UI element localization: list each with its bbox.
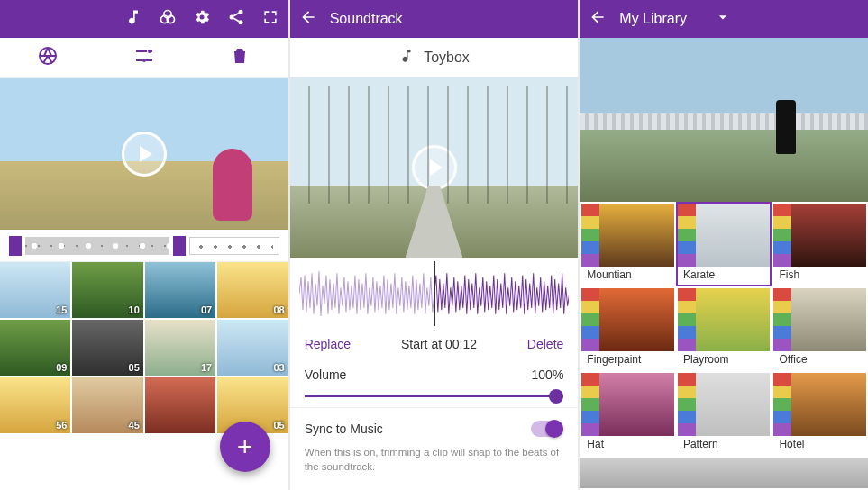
library-thumb-image	[791, 288, 866, 351]
library-item[interactable]: Hat	[580, 371, 676, 456]
track-actions: Replace Start at 00:12 Delete	[290, 330, 579, 358]
delete-button[interactable]: Delete	[527, 337, 563, 351]
clip-duration: 10	[129, 304, 140, 315]
library-thumb-image	[791, 373, 866, 436]
library-item-label: Pattern	[678, 436, 771, 454]
clip-duration: 08	[273, 304, 284, 315]
start-at-label: Start at 00:12	[401, 337, 477, 351]
timeline-track[interactable]	[25, 237, 169, 255]
library-panel: My Library MountianKarateFishFingerpaint…	[580, 0, 868, 490]
clip-duration: 05	[273, 420, 284, 431]
clip-duration: 15	[56, 304, 67, 315]
fullscreen-icon[interactable]	[261, 8, 279, 30]
hero-figure	[776, 100, 796, 154]
library-appbar: My Library	[580, 0, 868, 38]
timeline-overflow[interactable]	[189, 237, 279, 255]
volume-slider[interactable]	[305, 387, 564, 405]
track-name: Toybox	[424, 50, 470, 66]
aperture-icon[interactable]	[37, 45, 59, 70]
library-item[interactable]: Pattern	[676, 371, 772, 456]
swatch-strip	[678, 204, 696, 267]
library-thumb-image	[696, 373, 771, 436]
svg-point-3	[238, 10, 242, 14]
timeline[interactable]	[0, 230, 288, 262]
volume-label: Volume	[305, 368, 347, 382]
clip-thumb[interactable]: 45	[72, 377, 142, 433]
svg-point-8	[142, 59, 146, 62]
waveform[interactable]	[290, 258, 579, 330]
clip-duration: 03	[273, 362, 284, 373]
library-item-label: Fish	[773, 267, 866, 285]
soundtrack-appbar: Soundtrack	[290, 0, 579, 38]
swatch-strip	[773, 373, 791, 436]
play-button[interactable]	[122, 132, 167, 177]
clip-duration: 45	[129, 420, 140, 431]
swatch-strip	[581, 204, 599, 267]
library-item-label: Office	[773, 351, 866, 369]
chevron-down-icon	[714, 8, 732, 30]
volume-slider-knob[interactable]	[549, 389, 563, 404]
clip-thumb[interactable]: 05	[72, 320, 142, 376]
library-item[interactable]: Fish	[772, 202, 868, 286]
library-item[interactable]: Karate	[676, 202, 772, 286]
library-item-label: Hotel	[773, 436, 866, 454]
library-item-label: Fingerpaint	[581, 351, 674, 369]
library-item[interactable]: Playroom	[676, 286, 772, 371]
library-back-icon[interactable]	[589, 8, 607, 30]
svg-point-5	[238, 20, 242, 24]
library-thumb-image	[599, 373, 674, 436]
swatch-strip	[581, 373, 599, 436]
clip-thumb[interactable]	[145, 377, 215, 433]
clip-thumb[interactable]: 10	[72, 262, 142, 318]
library-thumb-image	[696, 204, 771, 267]
clip-thumb[interactable]: 15	[0, 262, 70, 318]
library-thumb-image	[696, 288, 771, 351]
timeline-handle-right[interactable]	[173, 236, 186, 256]
clip-thumb[interactable]: 56	[0, 377, 70, 433]
library-item[interactable]: Fingerpaint	[580, 286, 676, 371]
volume-value: 100%	[532, 368, 564, 382]
themes-icon[interactable]	[159, 8, 177, 30]
library-item[interactable]: Office	[772, 286, 868, 371]
clip-duration: 09	[56, 362, 67, 373]
library-hero	[580, 38, 868, 202]
clip-thumb[interactable]: 09	[0, 320, 70, 376]
library-item-label: Mountian	[581, 267, 674, 285]
clip-thumb[interactable]: 03	[217, 320, 288, 376]
swatch-strip	[773, 288, 791, 351]
library-thumb-image	[599, 204, 674, 267]
clip-thumb[interactable]: 17	[145, 320, 215, 376]
library-thumb-image	[599, 288, 674, 351]
trash-icon[interactable]	[229, 45, 251, 70]
replace-button[interactable]: Replace	[305, 337, 351, 351]
soundtrack-title: Soundtrack	[330, 11, 570, 27]
settings-icon[interactable]	[193, 8, 211, 30]
waveform-cursor[interactable]	[434, 261, 435, 326]
editor-subbar	[0, 38, 288, 78]
music-note-icon	[398, 48, 415, 68]
soundtrack-preview	[290, 77, 579, 258]
svg-point-7	[148, 50, 151, 53]
timeline-handle-left[interactable]	[9, 236, 22, 256]
library-overflow-row	[580, 456, 868, 488]
add-clip-fab[interactable]: +	[220, 422, 270, 472]
editor-appbar	[0, 0, 288, 38]
sync-toggle[interactable]	[531, 421, 563, 437]
library-item[interactable]: Mountian	[580, 202, 676, 286]
swatch-strip	[678, 373, 696, 436]
clip-thumb[interactable]: 07	[145, 262, 215, 318]
soundtrack-panel: Soundtrack Toybox Replace Start at 00:12…	[290, 0, 579, 490]
sliders-icon[interactable]	[133, 45, 155, 70]
track-header[interactable]: Toybox	[290, 38, 579, 77]
library-dropdown[interactable]: My Library	[619, 8, 732, 30]
clip-duration: 17	[201, 362, 212, 373]
library-item[interactable]: Hotel	[772, 371, 868, 456]
clip-thumb[interactable]: 08	[217, 262, 288, 318]
share-icon[interactable]	[227, 8, 245, 30]
sync-row: Sync to Music	[290, 407, 579, 442]
library-item-label: Karate	[678, 267, 771, 285]
music-icon[interactable]	[124, 8, 142, 30]
sync-label: Sync to Music	[305, 422, 383, 436]
back-icon[interactable]	[299, 8, 317, 30]
editor-preview	[0, 78, 288, 230]
